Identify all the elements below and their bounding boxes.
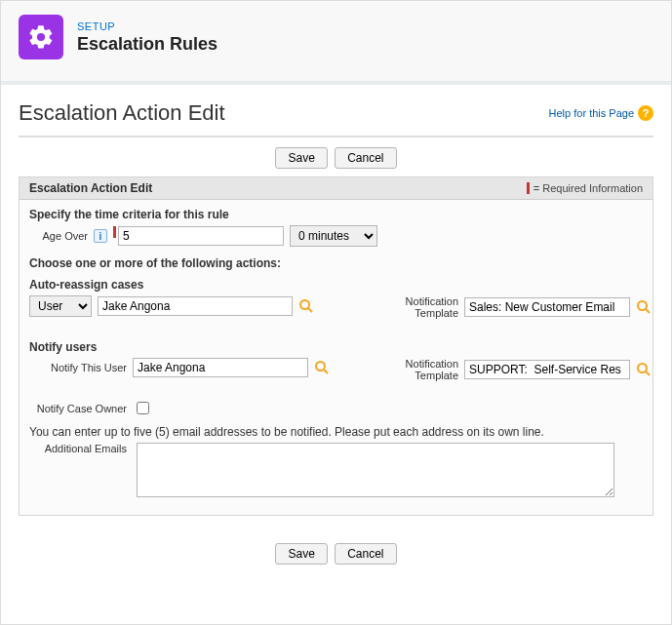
lookup-icon[interactable]: [298, 298, 314, 314]
age-over-label: Age Over: [29, 230, 88, 242]
emails-helper-text: You can enter up to five (5) email addre…: [29, 425, 643, 439]
svg-point-0: [300, 300, 309, 309]
svg-point-4: [316, 362, 325, 371]
lookup-icon[interactable]: [636, 362, 652, 377]
additional-emails-textarea[interactable]: [137, 443, 614, 497]
svg-line-7: [646, 371, 650, 375]
reassign-type-select[interactable]: User: [29, 295, 92, 317]
help-icon: ?: [638, 105, 653, 121]
save-button-bottom[interactable]: Save: [275, 543, 327, 565]
help-link-text: Help for this Page: [549, 107, 634, 119]
minutes-select[interactable]: 0 minutes: [290, 225, 377, 247]
cancel-button-bottom[interactable]: Cancel: [335, 543, 396, 565]
actions-heading: Choose one or more of the following acti…: [29, 256, 643, 270]
reassign-notif-input[interactable]: [464, 297, 630, 317]
required-info-text: = Required Information: [534, 182, 643, 194]
svg-line-1: [308, 308, 312, 312]
auto-reassign-heading: Auto-reassign cases: [29, 278, 643, 292]
gear-icon: [19, 15, 63, 59]
lookup-icon[interactable]: [314, 360, 330, 375]
svg-point-6: [638, 364, 647, 372]
required-bar-icon: [527, 182, 530, 194]
info-icon[interactable]: i: [94, 229, 107, 243]
notify-this-user-input[interactable]: [133, 358, 308, 377]
app-title: Escalation Rules: [77, 34, 217, 55]
page-title: Escalation Action Edit: [19, 100, 225, 126]
notify-case-owner-label: Notify Case Owner: [29, 403, 127, 414]
section-title: Escalation Action Edit: [29, 181, 152, 195]
save-button[interactable]: Save: [275, 147, 327, 169]
svg-line-5: [324, 370, 328, 373]
time-criteria-heading: Specify the time criteria for this rule: [29, 208, 643, 221]
required-bar-icon: [113, 226, 116, 238]
svg-point-2: [638, 301, 647, 310]
setup-breadcrumb: SETUP: [77, 20, 217, 32]
svg-line-3: [646, 309, 650, 313]
notify-this-user-label: Notify This User: [29, 362, 127, 373]
help-link[interactable]: Help for this Page ?: [549, 105, 653, 121]
age-over-input[interactable]: [118, 226, 284, 246]
notify-notif-label: Notification Template: [380, 358, 458, 381]
required-info: = Required Information: [527, 182, 643, 194]
cancel-button[interactable]: Cancel: [335, 147, 396, 169]
lookup-icon[interactable]: [636, 299, 652, 315]
reassign-notif-label: Notification Template: [380, 295, 458, 319]
notify-users-heading: Notify users: [29, 340, 643, 354]
additional-emails-label: Additional Emails: [29, 443, 127, 454]
notify-notif-input[interactable]: [464, 360, 630, 379]
reassign-user-input[interactable]: [98, 296, 293, 316]
notify-case-owner-checkbox[interactable]: [137, 402, 149, 414]
